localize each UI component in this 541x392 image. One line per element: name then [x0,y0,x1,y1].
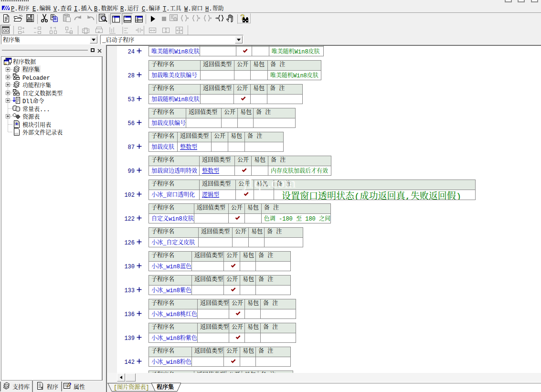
svg-text:[图片资源表]: [图片资源表] [114,383,149,391]
svg-text:e: e [5,61,7,65]
svg-text:程序集: 程序集 [157,382,174,391]
